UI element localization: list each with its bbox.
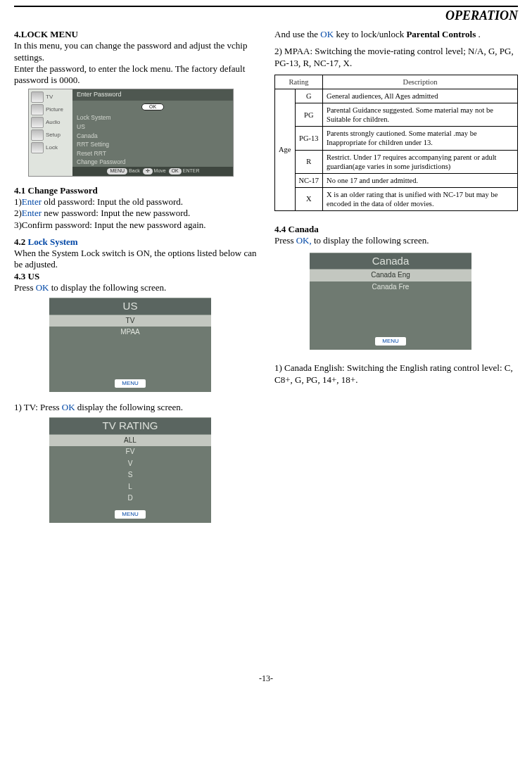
osd-side-setup: Setup: [29, 129, 72, 141]
setup-icon: [31, 129, 44, 141]
osd-arrows-pill: ✢: [143, 168, 153, 175]
tvlc: display the following screen.: [75, 402, 183, 412]
p43a: Press: [14, 282, 36, 293]
rate-x: X: [295, 187, 323, 210]
cp2c: new password: Input the new password.: [42, 208, 190, 218]
rate-g: G: [295, 89, 323, 103]
osd-side-tv-label: TV: [46, 94, 53, 101]
table-row: Rating Description: [275, 75, 518, 89]
cp2b: Enter: [22, 208, 42, 218]
audio-icon: [31, 117, 44, 128]
p44c: to display the following screen.: [312, 235, 429, 246]
osd-menu-pill: MENU: [107, 168, 127, 175]
us-panel: US TV MPAA MENU: [49, 298, 211, 392]
h-us: 4.3 US: [14, 271, 258, 282]
osd-row: Reset RRT: [72, 149, 233, 158]
osd-side-picture-label: Picture: [46, 106, 63, 113]
osd-foot-enter: ENTER: [183, 168, 200, 173]
canada-panel: Canada Canada Eng Canada Fre MENU: [310, 253, 471, 350]
canada-eng-desc: 1) Canada English: Switching the English…: [274, 362, 518, 386]
canada-panel-menu: MENU: [375, 337, 406, 346]
h-canada: 4.4 Canada: [274, 224, 518, 235]
age-cell: Age: [275, 89, 296, 210]
canada-panel-body: Canada Eng Canada Fre MENU: [310, 270, 471, 350]
osd-side-tv: TV: [29, 91, 72, 103]
cp-line1: 1)Enter old password: Input the old pass…: [14, 196, 258, 208]
lock-icon: [31, 142, 44, 153]
cp1c: old password: Input the old password.: [42, 196, 183, 207]
osd-row: US: [72, 122, 233, 132]
us-press-ok: Press OK to display the following screen…: [14, 282, 258, 293]
tvrating-menu: MENU: [115, 510, 146, 519]
lock-menu-desc1: In this menu, you can change the passwor…: [14, 40, 258, 63]
osd-side-audio-label: Audio: [46, 119, 60, 126]
lock-system-desc: When the System Lock switch is ON, the o…: [14, 248, 258, 271]
p1a: And use the: [274, 29, 320, 39]
osd-ok-pill: OK: [141, 103, 164, 111]
tvr-row: FV: [49, 446, 211, 458]
columns: 4.LOCK MENU In this menu, you can change…: [14, 29, 518, 533]
hdr-desc: Description: [323, 75, 518, 89]
canada-press-ok: Press OK, to display the following scree…: [274, 235, 518, 246]
osd-footer: MENUBack ✢Move OKENTER: [72, 167, 233, 176]
tvrating-title: TV RATING: [49, 417, 211, 435]
tvr-row: D: [49, 493, 211, 505]
picture-icon: [31, 104, 44, 115]
spacer: [49, 338, 211, 374]
desc-nc17: No one 17 and under admitted.: [323, 173, 518, 187]
osd-row: RRT Setting: [72, 140, 233, 149]
table-row: Age G General audiences, All Ages admitt…: [275, 89, 518, 103]
osd-foot-move: Move: [154, 168, 166, 173]
p44b: OK,: [296, 235, 312, 246]
rate-r: R: [295, 150, 323, 173]
tvrating-body: ALL FV V S L D MENU: [49, 435, 211, 523]
tvr-row: ALL: [49, 435, 211, 447]
h-lock-system: 4.2 Lock System: [14, 236, 258, 248]
canada-panel-title: Canada: [310, 253, 471, 270]
tvr-row: L: [49, 481, 211, 493]
osd-side-lock-label: Lock: [46, 144, 58, 151]
tv-press-ok: 1) TV: Press OK display the following sc…: [14, 402, 258, 413]
desc-r: Restrict. Under 17 requires accompanying…: [323, 150, 518, 173]
cp-line2: 2)Enter new password: Input the new pass…: [14, 208, 258, 219]
page: OPERATION 4.LOCK MENU In this menu, you …: [0, 0, 532, 698]
osd-title: Enter Password: [72, 89, 233, 100]
mpaa-table: Rating Description Age G General audienc…: [274, 75, 518, 211]
header-operation: OPERATION: [14, 8, 518, 23]
lock-menu-desc2: Enter the password, to enter the lock me…: [14, 63, 258, 87]
table-row: PG Parental Guidance suggested. Some mat…: [275, 103, 518, 127]
p1b: OK: [320, 29, 334, 39]
table-row: NC-17 No one 17 and under admitted.: [275, 173, 518, 187]
table-row: R Restrict. Under 17 requires accompanyi…: [275, 150, 518, 173]
rate-pg13: PG-13: [295, 127, 323, 150]
osd-sidebar: TV Picture Audio Setup Lock: [29, 89, 72, 176]
p1c: key to lock/unlock: [334, 29, 406, 39]
tvrating-panel: TV RATING ALL FV V S L D MENU: [49, 417, 211, 523]
right-column: And use the OK key to lock/unlock Parent…: [274, 29, 518, 533]
osd-side-picture: Picture: [29, 103, 72, 116]
p44a: Press: [274, 235, 296, 246]
h-lock-menu: 4.LOCK MENU: [14, 29, 258, 40]
spacer: [274, 40, 518, 46]
h-change-password: 4.1 Change Password: [14, 185, 258, 196]
cp1a: 1): [14, 196, 22, 207]
osd-foot-back: Back: [129, 168, 140, 173]
cp-line3: 3)Confirm password: Input the new passwo…: [14, 220, 258, 231]
tvla: 1) TV: Press: [14, 402, 62, 412]
cp2a: 2): [14, 208, 22, 218]
us-panel-row-tv: TV: [49, 315, 211, 327]
canada-row-fre: Canada Fre: [310, 281, 471, 293]
us-panel-menu: MENU: [115, 379, 146, 388]
spacer: [14, 231, 258, 236]
osd-ok-row: OK: [72, 101, 233, 114]
tvr-row: V: [49, 458, 211, 470]
desc-pg13: Parents strongly cautioned. Some materia…: [323, 127, 518, 150]
page-number: -13-: [14, 673, 518, 684]
desc-g: General audiences, All Ages admitted: [323, 89, 518, 103]
tvlb: OK: [62, 402, 75, 412]
cp1b: Enter: [22, 196, 42, 207]
mpaa-desc: 2) MPAA: Switching the movie-rating cont…: [274, 46, 518, 69]
hdr-rating: Rating: [275, 75, 323, 89]
spacer: [310, 293, 471, 331]
canada-row-eng: Canada Eng: [310, 270, 471, 281]
